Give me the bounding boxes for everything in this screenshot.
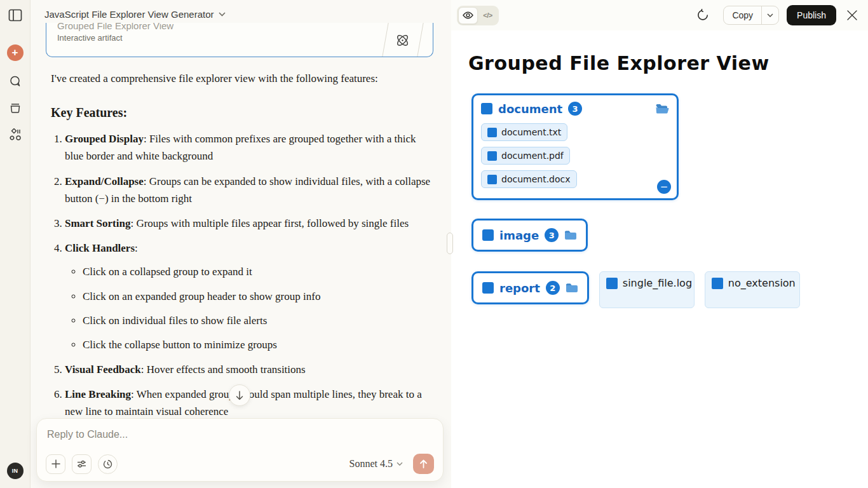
copy-options-button[interactable] [761, 6, 778, 24]
attach-button[interactable] [46, 454, 65, 474]
group-row: report 2 single_file.log no_extension [471, 271, 868, 308]
scroll-to-bottom-button[interactable] [229, 384, 250, 406]
file-name: single_file.log [623, 277, 692, 289]
feature-item: Visual Feedback: Hover effects and smoot… [65, 361, 432, 378]
refresh-icon [696, 9, 709, 22]
feature-text: : Hover effects and smooth transitions [141, 363, 306, 376]
artifact-card[interactable]: Grouped File Explorer View Interactive a… [46, 23, 433, 57]
bullet-item: Click on a collapsed group to expand it [83, 263, 432, 280]
plus-icon [51, 459, 60, 468]
model-selector[interactable]: Sonnet 4.5 [349, 458, 403, 470]
artifact-preview: Grouped File Explorer View document 3 do… [451, 30, 868, 488]
user-avatar[interactable]: IN [7, 463, 24, 479]
artifact-actions: Copy Publish [696, 5, 858, 25]
bullet-item: Click on an expanded group header to sho… [83, 288, 432, 305]
feature-title: Click Handlers [65, 242, 135, 254]
group-name: report [499, 281, 540, 295]
model-label: Sonnet 4.5 [349, 458, 393, 470]
file-name: document.docx [501, 174, 571, 184]
send-button[interactable] [413, 454, 434, 474]
close-artifact-button[interactable] [846, 10, 858, 21]
group-row: image 3 [471, 219, 868, 252]
folder-icon [566, 283, 578, 293]
group-count-badge: 3 [568, 102, 582, 116]
collapse-button[interactable]: − [657, 180, 671, 194]
clock-icon [103, 459, 112, 469]
artifact-atom-icon [395, 32, 410, 48]
file-square-icon [481, 103, 492, 114]
projects-icon[interactable] [9, 102, 22, 114]
file-square-icon [487, 151, 497, 161]
feature-title: Grouped Display [65, 133, 144, 145]
publish-button[interactable]: Publish [787, 5, 836, 25]
artifact-panel: </> Copy Publish Grouped File Explorer V… [451, 0, 868, 488]
connectors-icon[interactable] [9, 128, 22, 141]
eye-icon [463, 11, 473, 19]
single-file-chip[interactable]: single_file.log [599, 271, 695, 308]
group-count-badge: 2 [546, 281, 560, 295]
tools-button[interactable] [72, 454, 92, 474]
feature-item: Smart Sorting: Groups with multiple file… [65, 215, 432, 232]
code-icon: </> [483, 11, 492, 19]
single-file-chip[interactable]: no_extension [705, 271, 800, 308]
refresh-button[interactable] [696, 9, 709, 22]
intro-text: I've created a comprehensive file explor… [51, 70, 432, 87]
file-square-icon [487, 128, 497, 137]
panel-resize-handle[interactable] [447, 233, 453, 254]
chevron-down-icon [219, 12, 226, 17]
file-square-icon [487, 175, 497, 184]
group-image[interactable]: image 3 [471, 219, 588, 252]
new-chat-button[interactable]: + [7, 44, 24, 61]
file-explorer: document 3 document.txt document.pdf [471, 93, 868, 308]
file-square-icon [482, 282, 494, 294]
code-toggle-button[interactable]: </> [478, 7, 498, 24]
feature-title: Line Breaking [65, 388, 131, 400]
file-chip[interactable]: document.docx [481, 170, 577, 188]
group-count-badge: 3 [545, 228, 559, 242]
group-name: image [499, 229, 539, 242]
chevron-down-icon [767, 13, 773, 17]
copy-split-button: Copy [723, 6, 779, 25]
feature-title: Expand/Collapse [65, 175, 144, 187]
preview-toggle-button[interactable] [458, 7, 478, 24]
chat-column: JavaScript File Explorer View Generator … [31, 0, 451, 488]
group-name: document [498, 102, 562, 116]
bullet-item: Click on individual files to show file a… [83, 312, 432, 329]
file-chip[interactable]: document.txt [481, 123, 567, 141]
artifact-card-subtitle: Interactive artifact [57, 33, 433, 43]
file-name: document.pdf [501, 151, 564, 161]
composer-input[interactable]: Reply to Claude... [37, 419, 443, 440]
chat-header: JavaScript File Explorer View Generator [31, 0, 451, 20]
feature-item: Grouped Display: Files with common prefi… [65, 130, 432, 165]
group-document[interactable]: document 3 document.txt document.pdf [471, 93, 679, 200]
view-mode-toggle: </> [457, 6, 499, 25]
close-icon [846, 10, 858, 21]
key-features-heading: Key Features: [51, 102, 432, 123]
folder-icon [564, 230, 577, 240]
message-composer[interactable]: Reply to Claude... Sonnet 4.5 [36, 418, 444, 482]
folder-open-icon [655, 103, 669, 114]
feature-item: Click Handlers: Click on a collapsed gro… [65, 240, 432, 353]
feature-title: Smart Sorting [65, 217, 130, 229]
group-header[interactable]: document 3 [481, 102, 669, 116]
feature-text: : Groups with multiple files appear firs… [130, 217, 409, 229]
sliders-icon [77, 459, 86, 468]
bullet-item: Click the collapse button to minimize gr… [83, 336, 432, 353]
file-square-icon [482, 229, 494, 241]
app-sidebar: + IN [0, 0, 31, 488]
composer-toolbar: Sonnet 4.5 [46, 454, 434, 474]
file-chip[interactable]: document.pdf [481, 147, 570, 165]
sidebar-toggle-icon[interactable] [8, 9, 22, 22]
feature-title: Visual Feedback [65, 363, 141, 376]
file-square-icon [606, 278, 618, 289]
arrow-down-icon [235, 391, 244, 400]
group-report[interactable]: report 2 [471, 271, 589, 304]
history-button[interactable] [98, 454, 118, 474]
chats-icon[interactable] [9, 75, 22, 88]
arrow-up-icon [419, 459, 428, 468]
group-files: document.txt document.pdf document.docx [481, 123, 640, 188]
feature-item: Expand/Collapse: Groups can be expanded … [65, 173, 432, 207]
feature-text: : [135, 242, 138, 254]
copy-button[interactable]: Copy [724, 6, 761, 24]
conversation-title[interactable]: JavaScript File Explorer View Generator [44, 9, 214, 20]
